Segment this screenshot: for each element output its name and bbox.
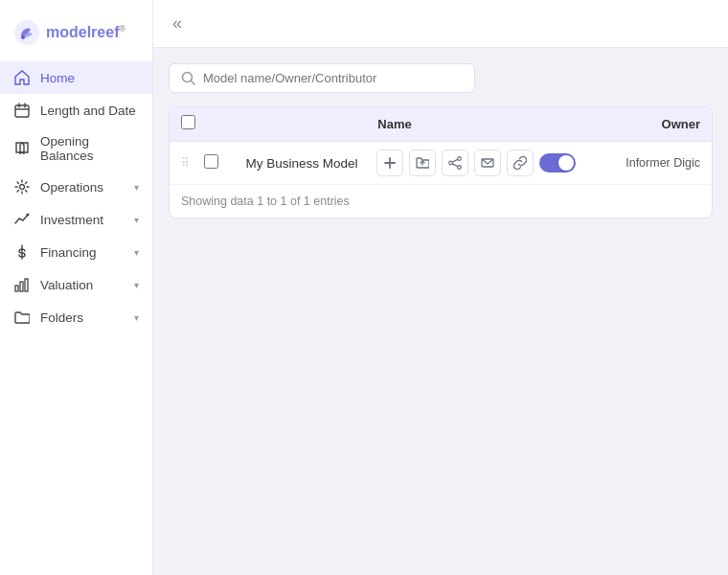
sidebar-item-label: Home <box>40 71 75 85</box>
home-icon <box>13 69 31 86</box>
chart2-icon <box>13 276 31 293</box>
chart-icon <box>13 211 31 228</box>
search-icon <box>181 71 195 85</box>
email-btn[interactable] <box>474 150 501 176</box>
svg-rect-10 <box>25 279 28 291</box>
top-bar: « <box>153 0 728 48</box>
chevron-icon: ▾ <box>134 280 139 290</box>
svg-rect-8 <box>15 286 18 291</box>
content-area: Name Owner ⠿ My Business Model <box>153 48 728 575</box>
svg-point-18 <box>458 166 462 170</box>
sidebar-item-label: Valuation <box>40 278 93 292</box>
chevron-icon: ▾ <box>134 312 139 323</box>
link-btn[interactable] <box>507 150 534 176</box>
main-content: « Name Owner ⠿ My Busi <box>153 0 728 575</box>
svg-point-7 <box>27 214 30 217</box>
sidebar: modelreef® Home Length and Date Opening … <box>0 0 153 575</box>
sidebar-item-label: Folders <box>40 310 83 325</box>
svg-point-6 <box>20 185 25 190</box>
collapse-button[interactable]: « <box>169 12 186 35</box>
table-body: ⠿ My Business Model Informer Digic <box>170 142 712 185</box>
owner-name: Informer Digic <box>585 156 700 170</box>
share-btn[interactable] <box>442 150 468 176</box>
sidebar-item-label: Length and Date <box>40 104 136 118</box>
sidebar-item-operations[interactable]: Operations ▾ <box>0 171 152 203</box>
book-icon <box>13 140 31 157</box>
folder-arrow-icon <box>416 156 429 170</box>
row-checkbox[interactable] <box>204 154 218 169</box>
sidebar-item-label: Opening Balances <box>40 134 139 163</box>
sidebar-item-folders[interactable]: Folders ▾ <box>0 301 152 334</box>
entries-info: Showing data 1 to 1 of 1 entries <box>170 185 712 218</box>
svg-rect-2 <box>15 105 29 117</box>
sidebar-item-label: Investment <box>40 213 103 227</box>
chevron-icon: ▾ <box>134 182 139 193</box>
folder-icon <box>13 309 31 326</box>
sidebar-item-valuation[interactable]: Valuation ▾ <box>0 268 152 301</box>
select-all-checkbox[interactable] <box>181 115 195 129</box>
sidebar-item-investment[interactable]: Investment ▾ <box>0 203 152 236</box>
nav-container: Home Length and Date Opening Balances Op… <box>0 61 152 334</box>
logo-text: modelreef® <box>46 24 125 41</box>
table-header: Name Owner <box>170 107 712 142</box>
search-bar <box>169 63 475 93</box>
sidebar-item-label: Financing <box>40 245 97 260</box>
row-checkbox-col <box>204 154 227 172</box>
header-checkbox-col <box>181 115 204 133</box>
owner-column-header: Owner <box>585 117 700 131</box>
model-name: My Business Model <box>237 156 367 171</box>
dollar-icon <box>13 243 31 261</box>
sidebar-item-home[interactable]: Home <box>0 61 152 94</box>
calendar-icon <box>13 102 31 119</box>
email-icon <box>481 156 494 170</box>
search-input[interactable] <box>203 71 463 85</box>
model-toggle[interactable] <box>539 153 576 172</box>
chevron-icon: ▾ <box>134 215 139 225</box>
logo: modelreef® <box>0 12 152 61</box>
sidebar-item-label: Operations <box>40 180 103 195</box>
chevron-icon: ▾ <box>134 247 139 258</box>
sidebar-item-opening-balances[interactable]: Opening Balances <box>0 126 152 171</box>
link-icon <box>513 156 527 170</box>
share-icon <box>448 156 462 170</box>
toggle-knob <box>558 155 574 171</box>
settings-icon <box>13 178 31 196</box>
svg-point-1 <box>21 35 25 39</box>
table-row: ⠿ My Business Model Informer Digic <box>170 142 712 185</box>
svg-point-17 <box>458 157 462 161</box>
svg-rect-9 <box>20 282 23 291</box>
logo-icon <box>13 19 40 46</box>
folder-btn[interactable] <box>409 150 436 176</box>
svg-line-20 <box>452 164 458 167</box>
drag-handle[interactable]: ⠿ <box>181 156 194 170</box>
svg-line-12 <box>192 81 195 85</box>
sidebar-item-financing[interactable]: Financing ▾ <box>0 236 152 268</box>
row-actions <box>376 150 576 176</box>
name-column-header: Name <box>214 117 576 131</box>
sidebar-item-length-date[interactable]: Length and Date <box>0 94 152 126</box>
svg-line-19 <box>452 159 458 162</box>
add-btn[interactable] <box>376 150 403 176</box>
plus-icon <box>383 156 397 170</box>
svg-point-16 <box>449 161 453 165</box>
models-table: Name Owner ⠿ My Business Model <box>169 106 713 218</box>
